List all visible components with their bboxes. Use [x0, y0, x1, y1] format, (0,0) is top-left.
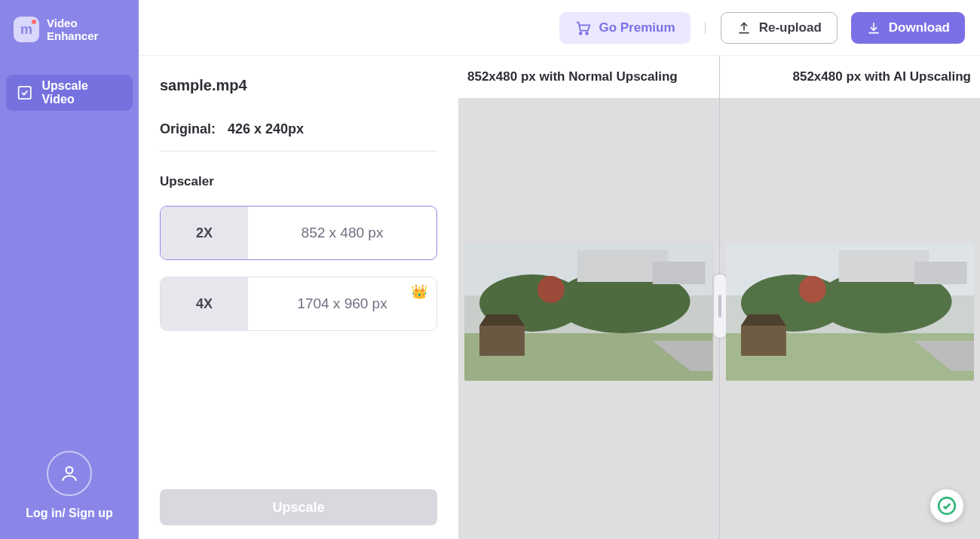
- svg-rect-10: [479, 326, 525, 356]
- reupload-button[interactable]: Re-upload: [721, 12, 838, 44]
- preview-normal: 852x480 px with Normal Upscaling: [458, 56, 720, 539]
- brand-logo[interactable]: m Video Enhancer: [6, 17, 133, 43]
- option-factor: 4X: [161, 277, 248, 330]
- crown-icon: 👑: [411, 283, 427, 300]
- go-premium-button[interactable]: Go Premium: [559, 12, 690, 44]
- settings-panel: sample.mp4 Original: 426 x 240px Upscale…: [139, 56, 458, 539]
- svg-rect-13: [653, 262, 706, 284]
- svg-point-19: [798, 276, 825, 303]
- option-factor: 2X: [161, 207, 248, 259]
- download-icon: [866, 20, 881, 35]
- option-resolution: 1704 x 960 px: [248, 277, 436, 330]
- svg-rect-0: [19, 86, 31, 98]
- upscale-option-2x[interactable]: 2X 852 x 480 px: [160, 206, 437, 260]
- svg-point-2: [580, 32, 582, 34]
- nav-upscale-video[interactable]: Upscale Video: [6, 75, 133, 111]
- preview-ai: 852x480 px with AI Upscaling: [720, 56, 981, 539]
- brand-name: Video Enhancer: [47, 17, 98, 43]
- svg-marker-11: [479, 314, 525, 326]
- logo-icon: m: [14, 17, 39, 42]
- upscale-icon: [17, 84, 32, 101]
- status-success-badge: [930, 489, 963, 522]
- svg-marker-21: [740, 314, 786, 326]
- preview-ai-image: [726, 243, 975, 381]
- svg-point-3: [586, 32, 589, 34]
- upscaler-section-title: Upscaler: [160, 174, 437, 189]
- upscale-option-4x[interactable]: 4X 1704 x 960 px 👑: [160, 277, 437, 331]
- sidebar: m Video Enhancer Upscale Video Log in/ S…: [0, 0, 139, 539]
- nav-label: Upscale Video: [41, 79, 122, 106]
- check-icon: [937, 496, 957, 516]
- topbar: Go Premium | Re-upload Download: [139, 0, 980, 56]
- compare-slider-handle[interactable]: [714, 274, 726, 338]
- download-button[interactable]: Download: [851, 12, 965, 44]
- option-resolution: 852 x 480 px: [248, 207, 436, 259]
- preview-normal-image: [464, 243, 713, 381]
- svg-rect-23: [914, 262, 966, 284]
- svg-rect-20: [740, 326, 786, 356]
- original-value: 426 x 240px: [228, 121, 304, 137]
- cart-icon: [574, 20, 591, 36]
- preview-normal-label: 852x480 px with Normal Upscaling: [458, 56, 719, 98]
- avatar[interactable]: [47, 451, 92, 496]
- original-label: Original:: [160, 121, 216, 137]
- file-name: sample.mp4: [160, 77, 437, 94]
- user-icon: [60, 464, 79, 483]
- svg-point-1: [66, 467, 73, 473]
- divider: |: [704, 21, 707, 35]
- login-link[interactable]: Log in/ Sign up: [26, 507, 113, 520]
- svg-point-9: [537, 276, 565, 303]
- upload-icon: [737, 20, 752, 35]
- upscale-button[interactable]: Upscale: [160, 489, 437, 525]
- preview-ai-label: 852x480 px with AI Upscaling: [720, 56, 981, 98]
- divider: [160, 151, 437, 152]
